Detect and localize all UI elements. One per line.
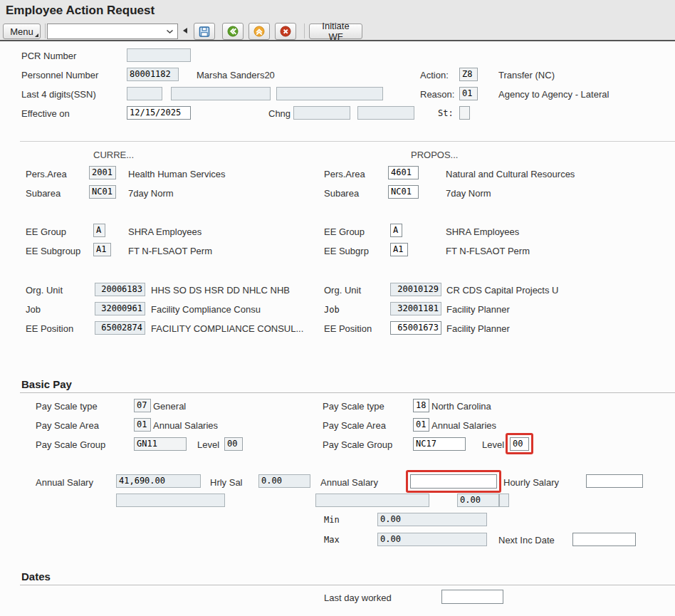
effective-on-label: Effective on [21,108,70,119]
current-ee-group-label: EE Group [26,226,66,237]
proposed-level-label: Level [482,439,504,450]
current-annual-salary-field: 41,690.00 [116,474,201,488]
initiate-wf-label: Initiate WF [314,21,357,42]
current-ee-subgroup-text: FT N-FLSAOT Perm [128,246,212,256]
proposed-salary-row2-amount-field: 0.00 [457,494,499,507]
current-ee-position-label: EE Position [26,323,73,334]
proposed-annual-salary-label: Annual Salary [320,477,378,488]
exit-icon [253,25,265,38]
toolbar-separator [304,24,305,38]
toolbar-separator [45,24,46,38]
proposed-pay-scale-area-text: Annual Salaries [431,420,496,431]
proposed-salary-row2-left-field [315,494,429,507]
employee-action-request-window: Employee Action Request Menu [0,0,675,616]
proposed-subarea-label: Subarea [324,188,359,199]
save-icon [199,26,210,38]
proposed-job-label: Job [324,305,340,315]
chng-field-1 [293,106,350,120]
toolbar-bottom-divider [0,40,675,41]
current-ee-group-text: SHRA Employees [128,226,202,237]
title-bar: Employee Action Request Menu [0,0,675,40]
st-field [459,106,470,120]
proposed-pers-area-field[interactable]: 4601 [388,166,419,179]
menu-button[interactable]: Menu [3,24,41,39]
action-text: Transfer (NC) [498,70,555,80]
proposed-subarea-text: 7day Norm [446,188,491,199]
basic-pay-section-title: Basic Pay [21,378,72,390]
personnel-number-label: Personnel Number [21,70,98,80]
proposed-pay-scale-group-field[interactable]: NC17 [413,437,466,451]
proposed-ee-position-label: EE Position [324,323,372,334]
current-ee-position-field: 65002874 [95,321,145,335]
current-pay-scale-type-label: Pay Scale type [36,401,98,412]
proposed-job-text: Facility Planner [446,304,510,315]
proposed-hourly-salary-field[interactable] [586,474,643,488]
current-ee-position-text: FACILITY COMPLIANCE CONSUL... [151,323,303,334]
current-ee-subgroup-label: EE Subgroup [26,246,80,256]
action-field: Z8 [459,68,478,81]
current-job-label: Job [26,304,41,315]
proposed-pers-area-text: Natural and Cultural Resources [446,169,575,179]
current-pers-area-text: Health Human Services [128,169,226,179]
current-job-text: Facility Compliance Consu [151,304,261,315]
proposed-pay-scale-area-field[interactable]: 01 [413,418,429,432]
effective-on-field[interactable]: 12/15/2025 [127,106,191,120]
proposed-ee-subgroup-field[interactable]: A1 [390,243,408,256]
back-icon [227,25,239,38]
current-pay-scale-area-text: Annual Salaries [153,420,218,431]
chevron-down-icon [166,29,174,34]
current-pay-scale-type-field: 07 [134,399,151,412]
menu-button-label: Menu [10,26,33,37]
dates-section-title: Dates [21,570,51,583]
last-day-worked-field[interactable] [441,590,503,604]
chng-field-2 [357,106,414,120]
current-org-unit-field: 20006183 [95,283,145,296]
max-label: Max [324,535,340,545]
ssn-field-1 [127,87,162,100]
command-combobox[interactable] [47,24,178,39]
proposed-ee-group-field[interactable]: A [390,224,402,237]
current-pay-scale-type-text: General [153,401,186,412]
pcr-number-label: PCR Number [21,51,76,61]
ssn-field-3 [276,87,383,100]
collapse-left-icon[interactable] [183,28,187,33]
proposed-ee-position-text: Facility Planner [446,323,510,334]
proposed-job-field: 32001181 [390,302,441,315]
current-column-header: CURRE... [93,150,134,160]
next-inc-date-field[interactable] [572,533,636,546]
min-label: Min [324,515,340,525]
current-org-unit-text: HHS SO DS HSR DD NHLC NHB [151,285,290,296]
proposed-org-unit-label: Org. Unit [324,285,361,296]
back-button[interactable] [222,23,244,40]
st-label: St: [438,108,454,118]
proposed-org-unit-text: CR CDS Capital Projects U [446,285,559,296]
proposed-ee-subgroup-label: EE Subgrp [324,246,369,256]
proposed-pay-scale-type-field[interactable]: 18 [413,399,429,412]
reason-text: Agency to Agency - Lateral [498,89,609,100]
initiate-wf-button[interactable]: Initiate WF [309,24,362,39]
proposed-ee-group-text: SHRA Employees [446,226,519,237]
current-subarea-label: Subarea [26,188,61,199]
current-ee-group-field: A [93,224,105,237]
current-pay-scale-area-field: 01 [134,418,151,432]
next-inc-date-label: Next Inc Date [498,535,555,545]
current-level-field: 00 [224,437,243,451]
proposed-subarea-field[interactable]: NC01 [388,185,419,199]
current-pay-scale-area-label: Pay Scale Area [36,420,99,431]
pcr-number-field [127,48,191,62]
current-org-unit-label: Org. Unit [26,285,63,296]
basic-pay-divider [20,392,675,393]
exit-button[interactable] [248,23,270,40]
dates-divider [20,585,675,585]
cancel-button[interactable] [275,23,296,40]
personnel-number-field: 80001182 [127,68,179,81]
current-pers-area-label: Pers.Area [26,169,67,179]
current-pers-area-field: 2001 [89,166,116,179]
proposed-pay-scale-type-text: North Carolina [431,401,491,412]
chng-label: Chng [268,108,291,119]
current-ee-subgroup-field: A1 [93,243,111,256]
last-day-worked-label: Last day worked [324,592,392,603]
save-button[interactable] [194,23,215,40]
proposed-org-unit-field: 20010129 [390,283,441,296]
proposed-ee-position-field[interactable]: 65001673 [390,321,441,335]
